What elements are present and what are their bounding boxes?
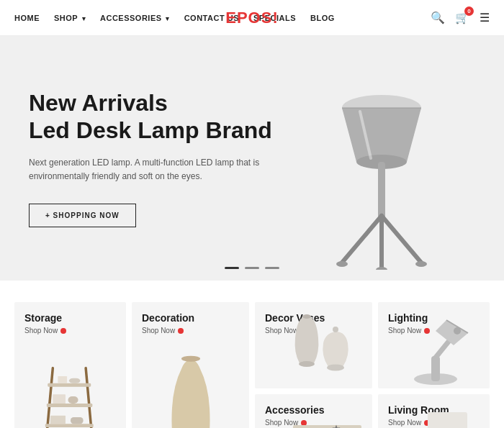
storage-image bbox=[42, 344, 99, 428]
svg-rect-16 bbox=[68, 378, 80, 383]
svg-rect-17 bbox=[53, 394, 66, 404]
decoration-title: Decoration bbox=[142, 312, 239, 324]
categories-section: Storage Shop Now bbox=[0, 281, 504, 428]
hero-section: New Arrivals Led Desk Lamp Brand Next ge… bbox=[0, 36, 504, 281]
living-room-image bbox=[412, 398, 484, 428]
hero-carousel-dots bbox=[225, 267, 279, 269]
svg-rect-11 bbox=[48, 383, 91, 387]
category-storage[interactable]: Storage Shop Now bbox=[14, 302, 126, 428]
svg-point-22 bbox=[302, 314, 311, 319]
svg-point-21 bbox=[299, 361, 315, 367]
category-decoration[interactable]: Decoration Shop Now bbox=[132, 302, 249, 428]
brand-logo[interactable]: EPOS! bbox=[225, 9, 278, 27]
decoration-shop-now[interactable]: Shop Now bbox=[142, 327, 239, 334]
svg-rect-18 bbox=[68, 396, 78, 404]
nav-blog[interactable]: BLOG bbox=[310, 14, 335, 22]
brand-name: EPOS bbox=[225, 9, 272, 27]
svg-rect-15 bbox=[58, 376, 67, 383]
menu-icon[interactable]: ☰ bbox=[480, 11, 490, 24]
dot-1[interactable] bbox=[225, 267, 239, 269]
nav-accessories[interactable]: ACCESSORIES ▾ bbox=[100, 14, 170, 22]
search-icon[interactable]: 🔍 bbox=[431, 11, 445, 24]
svg-rect-20 bbox=[71, 417, 84, 424]
category-grid: Storage Shop Now bbox=[14, 302, 490, 428]
cart-badge: 0 bbox=[464, 6, 474, 16]
svg-point-6 bbox=[336, 261, 348, 267]
category-lighting[interactable]: Lighting Shop Now bbox=[378, 302, 490, 388]
accessories-image bbox=[286, 398, 369, 428]
storage-dot bbox=[60, 328, 66, 334]
svg-line-4 bbox=[382, 216, 421, 263]
navbar: HOME SHOP ▾ ACCESSORIES ▾ CONTACT US SPE… bbox=[0, 0, 504, 36]
hero-cta-button[interactable]: + SHOPPING NOW bbox=[29, 204, 136, 227]
svg-line-3 bbox=[342, 216, 382, 263]
svg-rect-2 bbox=[378, 162, 385, 219]
storage-title: Storage bbox=[24, 312, 116, 324]
svg-rect-12 bbox=[46, 404, 91, 407]
dot-2[interactable] bbox=[245, 267, 259, 269]
nav-home[interactable]: HOME bbox=[14, 14, 40, 22]
svg-rect-13 bbox=[45, 424, 93, 427]
svg-point-8 bbox=[376, 267, 387, 270]
nav-links: HOME SHOP ▾ ACCESSORIES ▾ CONTACT US SPE… bbox=[14, 14, 335, 22]
brand-exclaim: ! bbox=[272, 9, 278, 27]
category-accessories[interactable]: Accessories Shop Now bbox=[255, 394, 372, 428]
dot-3[interactable] bbox=[265, 267, 279, 269]
svg-line-10 bbox=[86, 368, 94, 428]
decor-image bbox=[284, 306, 366, 388]
svg-point-29 bbox=[454, 327, 461, 334]
storage-shop-now[interactable]: Shop Now bbox=[24, 327, 116, 334]
cart-icon[interactable]: 🛒 0 bbox=[455, 11, 469, 24]
accessories-dropdown-arrow: ▾ bbox=[166, 15, 170, 22]
category-decor-vases[interactable]: Decor Vases Shop Now bbox=[255, 302, 372, 388]
category-living-room[interactable]: Living Room Shop Now bbox=[378, 394, 490, 428]
svg-point-7 bbox=[415, 261, 427, 267]
decoration-dot bbox=[178, 328, 184, 334]
nav-shop[interactable]: SHOP ▾ bbox=[54, 14, 86, 22]
hero-description: Next generation LED lamp. A multi-functi… bbox=[29, 156, 274, 183]
lighting-image bbox=[400, 306, 486, 388]
decoration-image bbox=[161, 337, 220, 428]
svg-rect-36 bbox=[293, 425, 361, 428]
svg-point-34 bbox=[181, 356, 199, 362]
svg-rect-51 bbox=[428, 412, 467, 428]
hero-content: New Arrivals Led Desk Lamp Brand Next ge… bbox=[0, 60, 302, 256]
svg-point-23 bbox=[327, 365, 344, 371]
svg-rect-24 bbox=[333, 327, 338, 332]
shop-dropdown-arrow: ▾ bbox=[82, 15, 86, 22]
nav-actions: 🔍 🛒 0 ☰ bbox=[431, 11, 490, 24]
svg-rect-19 bbox=[50, 416, 65, 424]
hero-title: New Arrivals Led Desk Lamp Brand bbox=[29, 89, 274, 145]
